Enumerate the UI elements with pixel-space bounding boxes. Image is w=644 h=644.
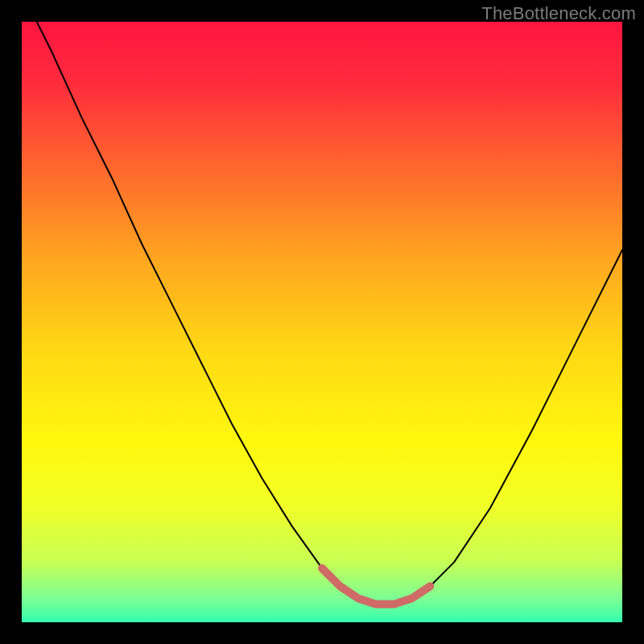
chart-svg — [22, 22, 622, 622]
plot-area — [22, 22, 622, 622]
gradient-background — [22, 22, 622, 622]
chart-frame: TheBottleneck.com — [0, 0, 644, 644]
